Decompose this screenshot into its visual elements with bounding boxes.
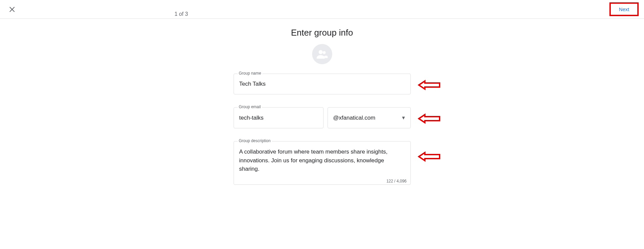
form: Group name Group email @xfanatical.com ▾: [234, 74, 411, 186]
next-button[interactable]: Next: [609, 2, 639, 16]
svg-point-2: [318, 50, 323, 54]
annotation-arrow: [417, 79, 442, 92]
group-name-label: Group name: [238, 71, 263, 76]
annotation-arrow: [417, 113, 442, 126]
page-title: Enter group info: [291, 28, 353, 38]
svg-point-3: [323, 51, 326, 54]
step-indicator: 1 of 3: [175, 11, 188, 17]
group-icon: [316, 48, 328, 60]
close-icon: [8, 5, 16, 13]
char-count: 122 / 4,096: [386, 179, 406, 183]
content-area: Enter group info Group name Group email: [0, 19, 644, 186]
group-description-field: Group description 122 / 4,096: [234, 141, 411, 186]
group-email-label: Group email: [238, 105, 262, 109]
annotation-arrow: [417, 151, 442, 164]
group-email-domain-value: @xfanatical.com: [333, 115, 376, 121]
chevron-down-icon: ▾: [402, 114, 405, 121]
group-description-label: Group description: [238, 138, 272, 143]
close-button[interactable]: [5, 3, 19, 16]
group-email-input[interactable]: [234, 107, 324, 128]
group-name-field: Group name: [234, 74, 411, 94]
group-description-input[interactable]: [234, 141, 411, 185]
group-email-domain-select[interactable]: @xfanatical.com ▾: [328, 107, 411, 128]
group-name-input[interactable]: [234, 74, 411, 94]
top-bar: 1 of 3 Next: [0, 0, 644, 19]
group-email-field: Group email @xfanatical.com ▾: [234, 107, 411, 128]
group-avatar-placeholder: [312, 44, 332, 64]
